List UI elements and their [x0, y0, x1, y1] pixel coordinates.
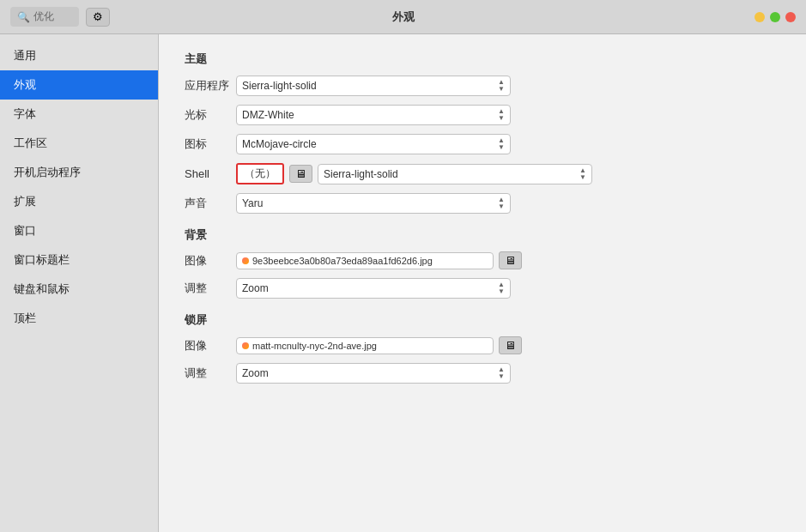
traffic-lights [754, 12, 796, 22]
bg-image-dot [242, 257, 249, 264]
app-theme-row: 应用程序 Sierra-light-solid ▲▼ [185, 76, 780, 96]
sound-select[interactable]: Yaru ▲▼ [236, 193, 511, 214]
cursor-controls: DMZ-White ▲▼ [236, 105, 780, 125]
sidebar-item-titlebar[interactable]: 窗口标题栏 [0, 245, 158, 275]
app-theme-select[interactable]: Sierra-light-solid ▲▼ [236, 76, 511, 96]
bg-image-controls: 9e3beebce3a0b80a73eda89aa1fd62d6.jpg 🖥 [236, 251, 780, 269]
app-theme-controls: Sierra-light-solid ▲▼ [236, 76, 780, 96]
traffic-light-yellow[interactable] [754, 12, 765, 22]
app-theme-value: Sierra-light-solid [242, 80, 317, 92]
sidebar-item-extensions[interactable]: 扩展 [0, 187, 158, 216]
lock-adjust-value: Zoom [242, 367, 269, 379]
bg-adjust-value: Zoom [242, 282, 269, 294]
theme-section-title: 主题 [185, 51, 780, 67]
app-theme-label: 应用程序 [185, 78, 236, 94]
traffic-light-red[interactable] [785, 12, 796, 22]
search-text: 优化 [33, 9, 54, 24]
lock-image-file-text: matt-mcnulty-nyc-2nd-ave.jpg [242, 341, 377, 351]
cursor-select[interactable]: DMZ-White ▲▼ [236, 105, 511, 125]
sound-row: 声音 Yaru ▲▼ [185, 193, 780, 214]
sound-controls: Yaru ▲▼ [236, 193, 780, 214]
shell-value: Sierra-light-solid [324, 168, 398, 180]
gear-icon: ⚙ [93, 10, 103, 23]
sidebar-item-startup[interactable]: 开机启动程序 [0, 158, 158, 187]
shell-controls: （无） 🖥 Sierra-light-solid ▲▼ [236, 163, 592, 184]
icon-label: 图标 [185, 136, 236, 152]
sidebar: 通用 外观 字体 工作区 开机启动程序 扩展 窗口 窗口标题栏 键盘和鼠标 顶栏 [0, 34, 159, 532]
bg-adjust-controls: Zoom ▲▼ [236, 278, 780, 299]
main-layout: 通用 外观 字体 工作区 开机启动程序 扩展 窗口 窗口标题栏 键盘和鼠标 顶栏 [0, 34, 806, 532]
icon-value: McMojave-circle [242, 138, 317, 150]
lockscreen-section-title: 锁屏 [185, 312, 780, 328]
bg-image-file-button[interactable]: 🖥 [499, 251, 522, 269]
lock-adjust-row: 调整 Zoom ▲▼ [185, 363, 780, 384]
lock-image-controls: matt-mcnulty-nyc-2nd-ave.jpg 🖥 [236, 336, 780, 354]
gear-button[interactable]: ⚙ [86, 8, 110, 27]
bg-adjust-select[interactable]: Zoom ▲▼ [236, 278, 511, 299]
sidebar-item-appearance[interactable]: 外观 [0, 70, 158, 100]
window-title: 外观 [392, 9, 415, 25]
icon-row: 图标 McMojave-circle ▲▼ [185, 134, 780, 154]
titlebar: 🔍 优化 ⚙ 外观 [0, 0, 806, 34]
cursor-arrows: ▲▼ [498, 108, 505, 122]
bg-adjust-row: 调整 Zoom ▲▼ [185, 278, 780, 299]
shell-select[interactable]: Sierra-light-solid ▲▼ [318, 164, 592, 184]
content-area: 主题 应用程序 Sierra-light-solid ▲▼ 光标 DMZ-Whi… [159, 34, 806, 532]
bg-image-file: 9e3beebce3a0b80a73eda89aa1fd62d6.jpg [236, 252, 494, 269]
icon-select[interactable]: McMojave-circle ▲▼ [236, 134, 511, 154]
folder-icon: 🖥 [295, 167, 306, 180]
sidebar-item-workspace[interactable]: 工作区 [0, 129, 158, 158]
lock-image-file: matt-mcnulty-nyc-2nd-ave.jpg [236, 337, 494, 354]
sound-label: 声音 [185, 196, 236, 211]
search-bar[interactable]: 🔍 优化 [10, 7, 79, 27]
background-section-title: 背景 [185, 227, 780, 243]
sidebar-item-keyboard[interactable]: 键盘和鼠标 [0, 275, 158, 304]
cursor-label: 光标 [185, 107, 236, 123]
sidebar-item-window[interactable]: 窗口 [0, 216, 158, 245]
bg-adjust-label: 调整 [185, 281, 236, 296]
bg-image-row: 图像 9e3beebce3a0b80a73eda89aa1fd62d6.jpg … [185, 251, 780, 269]
traffic-light-green[interactable] [770, 12, 780, 22]
shell-file-button[interactable]: 🖥 [289, 165, 312, 183]
sidebar-item-general[interactable]: 通用 [0, 41, 158, 70]
sound-value: Yaru [242, 197, 263, 209]
search-icon: 🔍 [17, 11, 30, 23]
shell-label: Shell [185, 167, 236, 180]
app-theme-arrows: ▲▼ [498, 79, 505, 93]
lock-adjust-select[interactable]: Zoom ▲▼ [236, 363, 511, 384]
sidebar-item-fonts[interactable]: 字体 [0, 100, 158, 129]
lock-image-dot [242, 342, 249, 349]
sound-arrows: ▲▼ [498, 196, 505, 210]
cursor-value: DMZ-White [242, 109, 294, 121]
icon-arrows: ▲▼ [498, 137, 505, 151]
lock-image-label: 图像 [185, 338, 236, 354]
shell-row: Shell （无） 🖥 Sierra-light-solid ▲▼ [185, 163, 780, 184]
shell-none-button[interactable]: （无） [236, 163, 284, 184]
sidebar-item-topbar[interactable]: 顶栏 [0, 304, 158, 333]
lock-image-row: 图像 matt-mcnulty-nyc-2nd-ave.jpg 🖥 [185, 336, 780, 354]
bg-adjust-arrows: ▲▼ [498, 281, 505, 295]
shell-arrows: ▲▼ [579, 167, 586, 181]
lock-image-file-button[interactable]: 🖥 [499, 336, 522, 354]
icon-controls: McMojave-circle ▲▼ [236, 134, 780, 154]
bg-image-label: 图像 [185, 253, 236, 269]
lock-adjust-arrows: ▲▼ [498, 366, 505, 380]
cursor-row: 光标 DMZ-White ▲▼ [185, 105, 780, 125]
lock-adjust-controls: Zoom ▲▼ [236, 363, 780, 384]
bg-image-file-text: 9e3beebce3a0b80a73eda89aa1fd62d6.jpg [242, 256, 433, 266]
lock-adjust-label: 调整 [185, 366, 236, 381]
